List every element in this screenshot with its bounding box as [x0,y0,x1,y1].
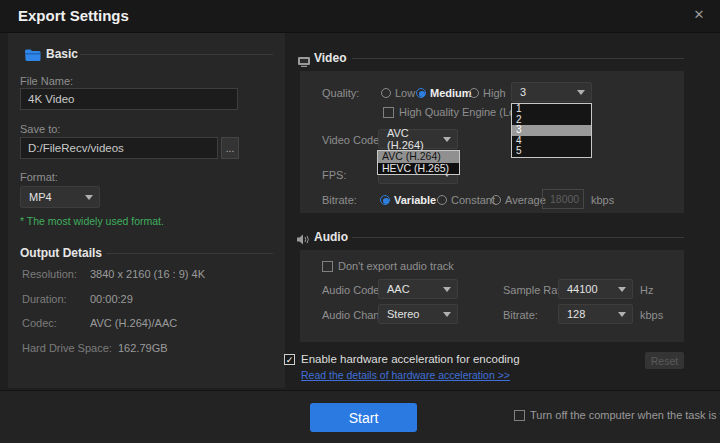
duration-value: 00:00:29 [90,293,133,305]
video-codec-dropdown[interactable]: AVC (H.264) [378,129,458,149]
chevron-down-icon [443,287,451,292]
codec-label: Codec: [22,317,57,329]
video-codec-value: AVC (H.264) [387,127,439,151]
quality-medium-label[interactable]: Medium [430,87,472,99]
format-value: MP4 [29,191,52,203]
audio-codec-dropdown[interactable]: AAC [378,279,458,299]
audio-channel-dropdown[interactable]: Stereo [378,304,458,324]
save-to-input[interactable]: D:/FileRecv/videos [20,137,218,159]
quality-label: Quality: [322,87,359,99]
bitrate-average-label[interactable]: Average [505,194,546,206]
quality-high-radio[interactable] [469,88,479,98]
format-dropdown[interactable]: MP4 [20,186,100,208]
sample-rate-unit: Hz [640,284,653,296]
sample-rate-value: 44100 [567,283,598,295]
audio-bitrate-label: Bitrate: [503,309,538,321]
hq-engine-checkbox[interactable] [383,107,394,118]
audio-header: Audio [314,230,348,244]
file-name-label: File Name: [20,75,73,87]
audio-speaker-icon [297,231,310,249]
bitrate-constant-radio[interactable] [437,195,447,205]
close-icon[interactable]: ✕ [690,6,708,24]
codec-value: AVC (H.264)/AAC [90,317,177,329]
turnoff-label[interactable]: Turn off the computer when the task is f… [530,409,720,421]
dont-export-audio-label[interactable]: Don't export audio track [338,260,454,272]
quality-level-dropdown[interactable]: 3 [511,82,592,102]
folder-icon [24,48,41,66]
export-settings-dialog: Export Settings ✕ Basic File Name: 4K Vi… [0,0,720,443]
output-details-header: Output Details [20,246,102,260]
hard-drive-space-value: 162.79GB [118,342,168,354]
file-name-input[interactable]: 4K Video [20,88,238,110]
chevron-down-icon [618,312,626,317]
bitrate-constant-label[interactable]: Constant [451,194,495,206]
audio-bitrate-value: 128 [567,308,585,320]
resolution-label: Resolution: [22,268,77,280]
dialog-title: Export Settings [18,7,129,24]
quality-level-option[interactable]: 5 [512,146,591,157]
sample-rate-dropdown[interactable]: 44100 [558,279,633,299]
chevron-down-icon [618,287,626,292]
audio-bitrate-dropdown[interactable]: 128 [558,304,633,324]
resolution-value: 3840 x 2160 (16 : 9) 4K [90,268,205,280]
quality-medium-radio[interactable] [416,88,426,98]
bitrate-average-radio[interactable] [491,195,501,205]
reset-button[interactable]: Reset [645,352,684,369]
bitrate-label: Bitrate: [322,194,357,206]
fps-label: FPS: [322,169,346,181]
quality-level-list: 1 2 3 4 5 [511,103,592,158]
video-header: Video [314,51,346,65]
bitrate-input[interactable]: 18000 [542,189,584,209]
title-bar: Export Settings ✕ [0,0,720,33]
quality-level-option-selected[interactable]: 3 [512,125,591,136]
quality-low-label[interactable]: Low [395,87,415,99]
format-hint: * The most widely used format. [20,215,164,227]
hw-accel-link[interactable]: Read the details of hardware acceleratio… [301,369,510,381]
hw-accel-label[interactable]: Enable hardware acceleration for encodin… [301,353,520,365]
hard-drive-space-label: Hard Drive Space: [22,342,112,354]
format-label: Format: [20,171,58,183]
quality-level-option[interactable]: 1 [512,104,591,115]
save-to-label: Save to: [20,123,60,135]
quality-high-label[interactable]: High [483,87,506,99]
quality-low-radio[interactable] [381,88,391,98]
chevron-down-icon [577,90,585,95]
video-codec-list: AVC (H.264) HEVC (H.265) [377,150,460,175]
quality-level-option[interactable]: 4 [512,136,591,147]
video-codec-option-selected[interactable]: AVC (H.264) [378,151,459,163]
duration-label: Duration: [22,293,67,305]
video-codec-option[interactable]: HEVC (H.265) [378,163,459,175]
quality-level-option[interactable]: 2 [512,115,591,126]
output-divider [106,253,273,254]
basic-divider [80,54,273,55]
hw-accel-checkbox[interactable]: ✓ [284,354,295,365]
start-button[interactable]: Start [310,403,417,432]
audio-codec-value: AAC [387,283,410,295]
chevron-down-icon [85,195,93,200]
chevron-down-icon [443,137,451,142]
bitrate-variable-label[interactable]: Variable [394,194,436,206]
basic-header: Basic [46,47,78,61]
quality-level-value: 3 [520,86,526,98]
browse-button[interactable]: ... [221,137,239,159]
video-icon [298,53,310,71]
bitrate-unit: kbps [591,194,614,206]
chevron-down-icon [443,312,451,317]
bitrate-variable-radio[interactable] [380,195,390,205]
audio-channel-value: Stereo [387,308,419,320]
turnoff-checkbox[interactable] [514,410,525,421]
basic-panel: Basic File Name: 4K Video Save to: D:/Fi… [8,33,285,388]
audio-bitrate-unit: kbps [640,309,663,321]
dont-export-audio-checkbox[interactable] [322,261,333,272]
